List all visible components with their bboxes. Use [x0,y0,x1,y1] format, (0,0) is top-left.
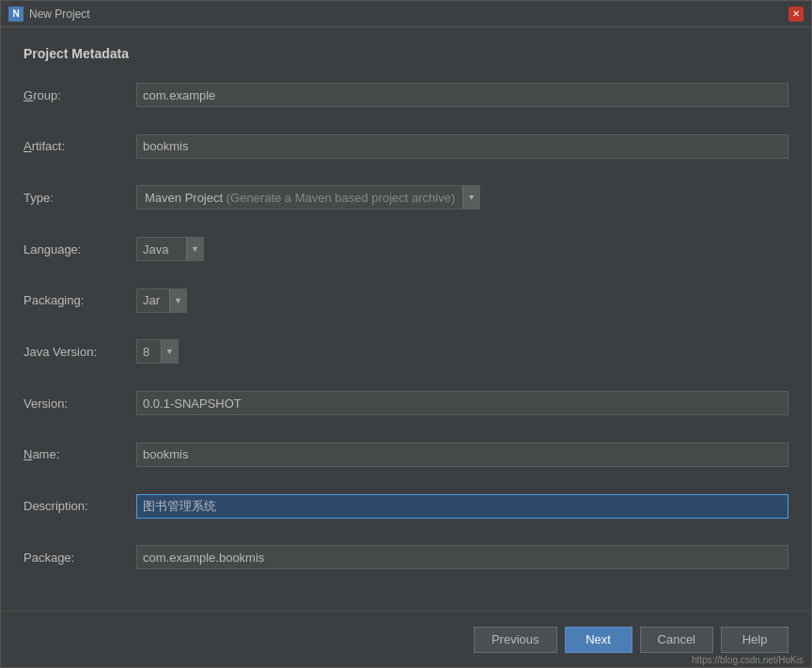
description-label: Description: [23,489,136,523]
packaging-select[interactable]: Jar War ▼ [136,288,187,313]
footer: Previous Next Cancel Help https://blog.c… [1,611,811,667]
type-field: Maven Project (Generate a Maven based pr… [136,180,789,214]
footer-url: https://blog.csdn.net/HoKis [692,655,804,665]
java-version-field: 8 11 17 ▼ [136,334,789,368]
packaging-dropdown[interactable]: Jar War [137,293,169,307]
type-select[interactable]: Maven Project (Generate a Maven based pr… [136,185,480,210]
artifact-field [136,130,789,163]
version-input[interactable] [136,391,789,415]
previous-button[interactable]: Previous [474,627,557,653]
next-button[interactable]: Next [565,627,632,653]
title-bar: N New Project ✕ [1,1,811,27]
language-dropdown-arrow[interactable]: ▼ [186,237,203,261]
name-label: Name: [23,438,136,472]
package-input[interactable] [136,545,789,569]
window-icon: N [8,7,23,22]
artifact-input[interactable] [136,134,789,159]
close-button[interactable]: ✕ [789,7,804,22]
packaging-label: Packaging: [23,284,136,318]
packaging-dropdown-arrow[interactable]: ▼ [169,288,186,313]
type-select-text: Maven Project (Generate a Maven based pr… [137,191,462,205]
type-dropdown-arrow[interactable]: ▼ [462,185,479,210]
package-field [136,540,789,574]
form-grid: Group: Artifact: Type: Maven Project (Ge… [23,78,789,592]
cancel-button[interactable]: Cancel [640,627,713,653]
language-field: Java Kotlin Groovy ▼ [136,232,789,266]
language-dropdown[interactable]: Java Kotlin Groovy [137,242,186,256]
group-label: Group: [23,78,136,112]
version-field [136,386,789,420]
version-label: Version: [23,386,136,420]
java-version-dropdown-arrow[interactable]: ▼ [161,339,178,364]
package-label: Package: [23,540,136,574]
window-controls: ✕ [789,7,804,22]
group-field [136,78,789,112]
main-content: Project Metadata Group: Artifact: Type: [1,27,811,611]
description-field [136,489,789,523]
new-project-window: N New Project ✕ Project Metadata Group: … [0,0,812,668]
description-input[interactable] [136,494,789,519]
artifact-label: Artifact: [23,130,136,163]
type-label: Type: [23,180,136,214]
java-version-label: Java Version: [23,334,136,368]
name-field [136,438,789,472]
group-input[interactable] [136,83,789,107]
packaging-field: Jar War ▼ [136,284,789,318]
java-version-select[interactable]: 8 11 17 ▼ [136,339,179,364]
language-select[interactable]: Java Kotlin Groovy ▼ [136,237,204,261]
help-button[interactable]: Help [721,627,789,653]
language-label: Language: [23,232,136,266]
java-version-dropdown[interactable]: 8 11 17 [137,345,161,359]
window-title: New Project [29,8,789,21]
name-input[interactable] [136,443,789,467]
section-title: Project Metadata [23,46,789,61]
